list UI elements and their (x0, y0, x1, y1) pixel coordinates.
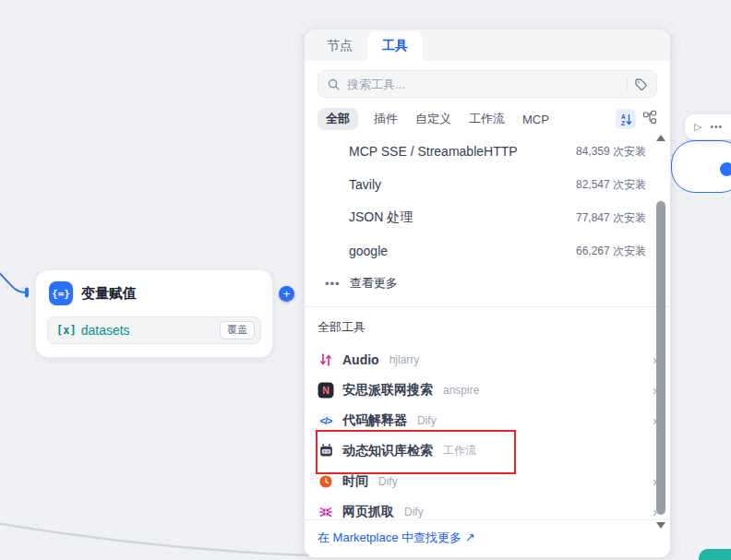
search-input[interactable] (347, 77, 620, 91)
tool-row[interactable]: Audiohjlarry› (305, 344, 670, 375)
code-icon: </> (318, 412, 334, 429)
popular-tool-name: JSON 处理 (349, 209, 413, 226)
install-count: 82,547 次安装 (576, 177, 646, 193)
tool-row[interactable]: N安思派联网搜索anspire› (305, 375, 670, 405)
tool-name: Audio (342, 352, 379, 367)
robot-icon (318, 443, 334, 459)
install-count: 84,359 次安装 (576, 144, 646, 160)
node-output-port[interactable] (720, 162, 731, 176)
node-floating-toolbar: ▷ ••• (685, 114, 731, 139)
popular-tool-row[interactable]: JSON 处理77,847 次安装 (305, 201, 670, 234)
tool-name: 网页抓取 (342, 504, 394, 520)
all-tools-header: 全部工具 (305, 307, 670, 344)
popular-tool-name: google (349, 244, 388, 258)
tool-row[interactable]: 时间Dify› (305, 466, 670, 496)
tab-tools[interactable]: 工具 (367, 31, 423, 61)
clock-icon (318, 473, 334, 490)
tag-icon[interactable] (634, 77, 648, 91)
tool-row[interactable]: 动态知识库检索工作流 (305, 435, 670, 466)
tool-author: Dify (378, 475, 398, 488)
play-icon[interactable]: ▷ (694, 121, 701, 133)
popular-tool-name: Tavily (349, 177, 381, 192)
panel-body: 全部插件自定义工作流MCPAZ MCP SSE / StreamableHTTP… (305, 61, 670, 557)
tool-author: 工作流 (443, 443, 476, 459)
variable-icon: [x] (56, 324, 77, 337)
variable-row[interactable]: [x] datasets 覆盖 (47, 316, 261, 344)
panel-footer: 在 Marketplace 中查找更多 ↗ (305, 519, 670, 557)
tool-search-box[interactable] (318, 70, 657, 98)
search-divider (627, 77, 628, 90)
panel-tabstrip: 节点工具 (305, 30, 670, 61)
add-node-button[interactable]: + (279, 286, 294, 302)
background-node-partial (699, 549, 731, 560)
node-header: {=} 变量赋值 (36, 270, 272, 313)
scrollbar-thumb[interactable] (656, 201, 665, 515)
scroll-up-icon[interactable] (656, 135, 665, 141)
spider-icon (318, 504, 334, 520)
filter-actions: AZ (616, 109, 657, 129)
tool-author: Dify (404, 506, 424, 518)
tools-panel: 节点工具 全部插件自定义工作流MCPAZ MCP SSE / Streamabl… (305, 30, 670, 557)
popular-tool-name: MCP SSE / StreamableHTTP (349, 144, 518, 159)
variable-assigner-icon: {=} (49, 281, 73, 305)
filter-4[interactable]: MCP (521, 110, 551, 129)
marketplace-link[interactable]: 在 Marketplace 中查找更多 ↗ (318, 530, 475, 544)
sort-az-icon[interactable]: AZ (616, 109, 636, 129)
edge-endpoint (25, 288, 29, 298)
tool-filters: 全部插件自定义工作流MCPAZ (318, 107, 657, 131)
tool-author: anspire (443, 384, 479, 397)
svg-text:Z: Z (621, 119, 625, 125)
svg-text:N: N (322, 385, 330, 396)
view-more-row[interactable]: ••• 查看更多 (305, 268, 670, 299)
filter-3[interactable]: 工作流 (467, 108, 507, 130)
audio-icon (318, 351, 334, 368)
filter-0[interactable]: 全部 (318, 108, 358, 130)
search-icon (327, 77, 341, 91)
panel-scrollbar[interactable] (655, 133, 666, 530)
node-title: 变量赋值 (81, 285, 137, 303)
svg-text:A: A (621, 113, 626, 119)
tool-name: 时间 (342, 473, 368, 490)
tool-author: hjlarry (389, 353, 420, 366)
external-link-icon: ↗ (465, 530, 475, 544)
variable-assigner-node[interactable]: {=} 变量赋值 [x] datasets 覆盖 (35, 269, 273, 358)
tree-view-icon[interactable] (642, 110, 657, 128)
view-more-label: 查看更多 (350, 275, 398, 292)
overwrite-badge: 覆盖 (220, 321, 255, 339)
filter-1[interactable]: 插件 (372, 108, 400, 130)
anspire-icon: N (318, 382, 334, 399)
popular-tool-row[interactable]: Tavily82,547 次安装 (305, 168, 670, 201)
popular-tool-row[interactable]: google66,267 次安装 (305, 234, 670, 268)
tab-nodes[interactable]: 节点 (318, 31, 362, 61)
popular-tool-row[interactable]: MCP SSE / StreamableHTTP84,359 次安装 (305, 135, 670, 168)
tool-name: 动态知识库检索 (342, 443, 433, 459)
install-count: 77,847 次安装 (576, 210, 646, 226)
more-options-icon[interactable]: ••• (710, 122, 723, 132)
workflow-canvas[interactable]: ▷ ••• {=} 变量赋值 [x] datasets 覆盖 + 节点工具 (0, 0, 731, 560)
tool-row[interactable]: </>代码解释器Dify› (305, 405, 670, 435)
tool-author: Dify (417, 414, 437, 427)
install-count: 66,267 次安装 (576, 244, 646, 259)
all-tools-list: Audiohjlarry›N安思派联网搜索anspire›</>代码解释器Dif… (305, 344, 670, 527)
filter-2[interactable]: 自定义 (413, 108, 453, 130)
scroll-down-icon[interactable] (656, 522, 665, 529)
tool-name: 安思派联网搜索 (342, 382, 433, 399)
ellipsis-icon: ••• (325, 277, 341, 291)
variable-name: datasets (81, 323, 130, 338)
popular-tools-list: MCP SSE / StreamableHTTP84,359 次安装Tavily… (305, 135, 670, 268)
tool-name: 代码解释器 (342, 412, 407, 429)
